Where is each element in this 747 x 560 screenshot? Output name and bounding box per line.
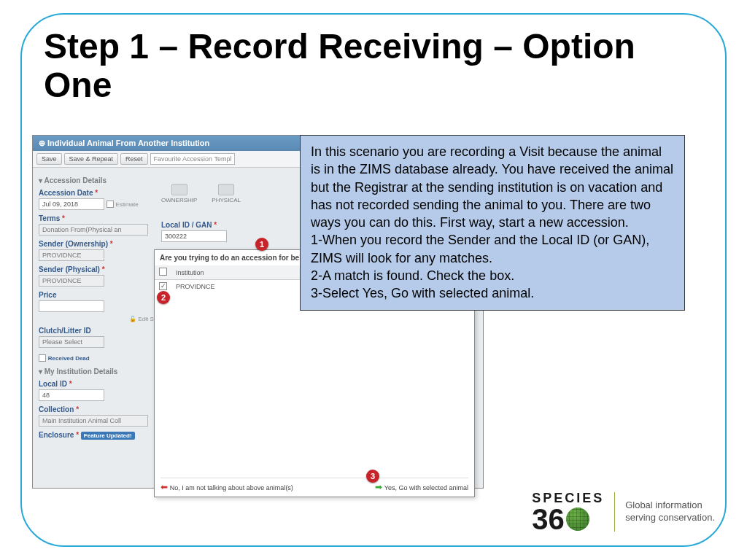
label-accession-date: Accession Date *: [39, 189, 155, 197]
label-enclosure: Enclosure * Feature Updated!: [39, 431, 155, 440]
brand-tagline: Global information serving conservation.: [625, 499, 715, 524]
badge-1: 1: [255, 238, 268, 251]
local-id-gan-input[interactable]: 300222: [161, 230, 227, 242]
no-button[interactable]: ⬅ No, I am not talking about above anima…: [160, 482, 293, 492]
fav-template-select[interactable]: Favourite Accession Templ: [150, 153, 236, 165]
feature-badge: Feature Updated!: [81, 432, 135, 440]
badge-2: 2: [157, 291, 170, 304]
row-checkbox[interactable]: ✓: [159, 282, 167, 290]
brand-divider: [614, 492, 615, 532]
header-checkbox[interactable]: [159, 268, 167, 276]
label-sender-ownership: Sender (Ownership) *: [39, 240, 155, 248]
reset-button[interactable]: Reset: [120, 153, 148, 165]
price-input[interactable]: [39, 300, 104, 312]
badge-3: 3: [366, 470, 379, 483]
terms-select[interactable]: Donation From(Physical an: [39, 224, 148, 236]
label-received-dead: Received Dead: [48, 355, 90, 362]
callout-text: In this scenario you are recording a Vis…: [311, 144, 673, 300]
label-price: Price: [39, 291, 155, 299]
label-local-id2: Local ID *: [39, 380, 155, 388]
accession-date-input[interactable]: Jul 09, 2018: [39, 198, 104, 210]
ownership-icon: OWNERSHIP: [161, 184, 197, 203]
yes-button[interactable]: ➡ Yes, Go with selected animal: [375, 482, 468, 492]
label-collection: Collection *: [39, 405, 155, 413]
received-dead-checkbox[interactable]: [39, 354, 46, 362]
save-repeat-button[interactable]: Save & Repeat: [64, 153, 119, 165]
instruction-callout: In this scenario you are recording a Vis…: [300, 135, 685, 311]
col-institution: Institution: [171, 265, 299, 280]
brand-logo: SPECIES 3 6 Global information serving c…: [532, 491, 715, 532]
physical-icon: PHYSICAL: [212, 184, 241, 203]
globe-icon: [566, 508, 589, 531]
label-terms: Terms *: [39, 214, 155, 222]
section-accession: ▾ Accession Details: [39, 176, 155, 184]
sender-physical-input[interactable]: PROVIDNCE: [39, 275, 104, 287]
save-button[interactable]: Save: [36, 153, 62, 165]
slide-title: Step 1 – Record Receiving – Option One: [44, 28, 664, 105]
clutch-select[interactable]: Please Select: [39, 336, 104, 348]
local-id2-input[interactable]: 48: [39, 389, 104, 401]
section-myinst: ▾ My Institution Details: [39, 368, 155, 376]
collection-select[interactable]: Main Institution Animal Coll: [39, 415, 148, 427]
label-estimate: Estimate: [116, 201, 139, 208]
label-clutch: Clutch/Litter ID: [39, 327, 155, 335]
estimate-checkbox[interactable]: [107, 201, 114, 208]
edit-st-link[interactable]: 🔓 Edit St: [129, 316, 155, 322]
sender-ownership-input[interactable]: PROVIDNCE: [39, 249, 104, 261]
row-institution: PROVIDNCE: [171, 280, 299, 293]
label-sender-physical: Sender (Physical) *: [39, 265, 155, 273]
